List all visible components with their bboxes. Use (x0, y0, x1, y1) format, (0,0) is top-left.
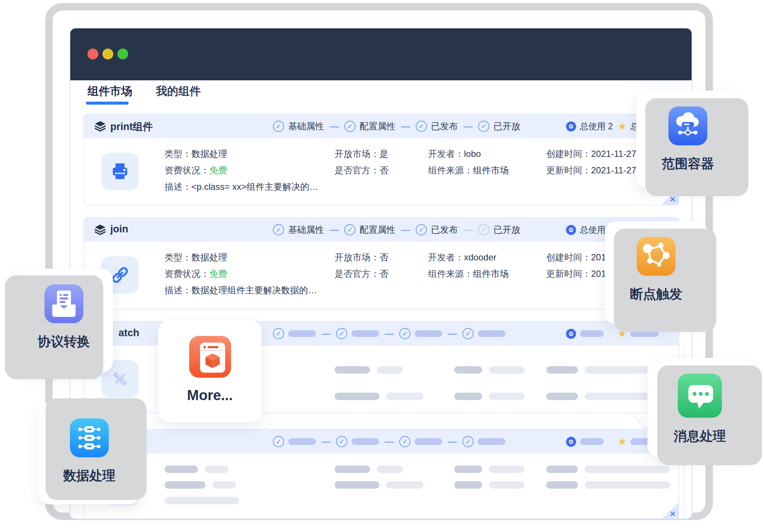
skeleton-pill (377, 466, 403, 473)
floating-card-label: 数据处理 (63, 467, 116, 485)
skeleton-pill (164, 466, 198, 473)
card-header: print组件 ✓ 基础属性 — ✓ 配置属性 — ✓ 已发布 — ✓ 已开放 … (84, 114, 679, 138)
step-connector: — (464, 225, 473, 235)
field-label: 组件来源： (428, 165, 473, 175)
star-icon: ★ (618, 121, 627, 132)
tab-my-components[interactable]: 我的组件 (156, 84, 201, 99)
floating-card-breakpoint-trigger[interactable]: 断点触发 (605, 221, 707, 324)
tab-bar: 组件市场 我的组件 (70, 84, 692, 106)
field-value: 免费 (209, 165, 227, 175)
field-value: <p.class= xx>组件主要解决的… (191, 182, 318, 192)
field-label: 开放市场： (335, 149, 379, 159)
tab-component-market[interactable]: 组件市场 (87, 84, 132, 99)
check-icon: ✓ (336, 328, 347, 339)
skeleton-pill (164, 497, 239, 504)
field-label: 是否官方： (335, 165, 379, 175)
floating-card-data-processing[interactable]: 数据处理 (39, 403, 140, 504)
skeleton-pill (212, 481, 236, 489)
floating-card-range-container[interactable]: 范围容器 (636, 91, 739, 189)
component-title: join (110, 223, 128, 235)
field-label: 开放市场： (335, 252, 379, 262)
step-label: 基础属性 (288, 120, 324, 132)
field-label: 更新时间： (546, 269, 591, 279)
floating-card-more[interactable]: More... (158, 320, 262, 422)
skeleton-pill (454, 366, 482, 374)
field-label: 描述： (164, 285, 191, 295)
skeleton-pill (454, 393, 482, 400)
check-icon: ✓ (478, 224, 489, 235)
step-connector: — (321, 436, 330, 447)
skeleton-pill (288, 438, 316, 445)
check-icon: ✓ (336, 436, 347, 447)
step-connector: — (401, 121, 410, 132)
component-card-join[interactable]: join ✓ 基础属性 — ✓ 配置属性 — ✓ 已发布 — ✓ 已开放 总使用… (83, 217, 679, 310)
step-label: 基础属性 (288, 224, 324, 236)
usage-icon (566, 437, 576, 447)
close-card-button[interactable]: ✕ (661, 502, 679, 519)
floating-card-label: 断点触发 (630, 285, 682, 303)
field-label: 类型： (164, 149, 191, 159)
data-pipeline-icon (70, 418, 109, 457)
card-header: ✓ — ✓ — ✓ — ✓ ★ (84, 430, 679, 454)
skeleton-pill (585, 481, 670, 489)
skeleton-pill (580, 330, 604, 337)
check-icon: ✓ (462, 436, 474, 447)
minimize-window-icon[interactable] (102, 49, 113, 59)
check-icon: ✓ (462, 328, 474, 339)
component-card-print[interactable]: print组件 ✓ 基础属性 — ✓ 配置属性 — ✓ 已发布 — ✓ 已开放 … (83, 114, 679, 205)
step-label: 已开放 (493, 224, 520, 236)
skeleton-pill (546, 393, 578, 400)
step-connector: — (385, 436, 394, 447)
skeleton-pill (288, 330, 316, 337)
floating-card-label: 范围容器 (662, 155, 714, 173)
floating-card-label: 协议转换 (38, 333, 90, 350)
skeleton-pill (546, 466, 578, 473)
skeleton-pill (489, 393, 524, 400)
field-value: 否 (379, 165, 388, 175)
field-label: 更新时间： (546, 165, 591, 175)
field-label: 创建时间： (546, 149, 591, 159)
skeleton-pill (335, 481, 379, 489)
skeleton-pill (415, 330, 442, 337)
field-value: xdooder (464, 252, 496, 262)
field-label: 创建时间： (546, 252, 591, 262)
check-icon: ✓ (416, 224, 427, 235)
check-icon: ✓ (478, 121, 489, 132)
step-connector: — (330, 121, 339, 132)
step-connector: — (385, 328, 394, 339)
field-value: 免费 (209, 269, 227, 279)
floating-card-protocol-conversion[interactable]: 协议转换 (15, 269, 113, 372)
status-steps: ✓ 基础属性 — ✓ 配置属性 — ✓ 已发布 — ✓ 已开放 (273, 218, 520, 242)
skeleton-pill (489, 366, 524, 374)
browser-cube-icon (189, 336, 231, 378)
check-icon: ✓ (399, 328, 410, 339)
close-icon: ✕ (669, 195, 676, 204)
check-icon: ✓ (273, 224, 284, 235)
skeleton-pill (386, 481, 424, 489)
status-steps: ✓ 基础属性 — ✓ 配置属性 — ✓ 已发布 — ✓ 已开放 (273, 114, 520, 138)
field-label: 是否官方： (335, 269, 379, 279)
check-icon: ✓ (273, 328, 284, 339)
maximize-window-icon[interactable] (117, 49, 128, 59)
skeleton-pill (164, 481, 206, 489)
check-icon: ✓ (399, 436, 410, 447)
component-card-skeleton[interactable]: ✓ — ✓ — ✓ — ✓ ★ (83, 429, 679, 519)
cloud-network-icon (668, 106, 707, 145)
chat-bubble-icon (678, 374, 722, 418)
skeleton-pill (351, 330, 379, 337)
skeleton-pill (489, 466, 524, 473)
skeleton-pill (546, 481, 578, 489)
field-label: 资费状况： (164, 165, 209, 175)
step-label: 已开放 (493, 120, 520, 132)
close-window-icon[interactable] (87, 49, 98, 59)
skeleton-pill (478, 438, 505, 445)
usage-counter-skeleton (566, 322, 604, 346)
printer-icon (101, 153, 139, 190)
floating-card-message-processing[interactable]: 消息处理 (647, 358, 752, 458)
layers-icon (94, 223, 107, 236)
step-connector: — (321, 328, 330, 339)
field-value: 否 (379, 269, 388, 279)
usage-counter: 总使用 2 (566, 114, 613, 138)
window-titlebar (70, 28, 692, 80)
field-value: 数据处理 (191, 252, 227, 262)
